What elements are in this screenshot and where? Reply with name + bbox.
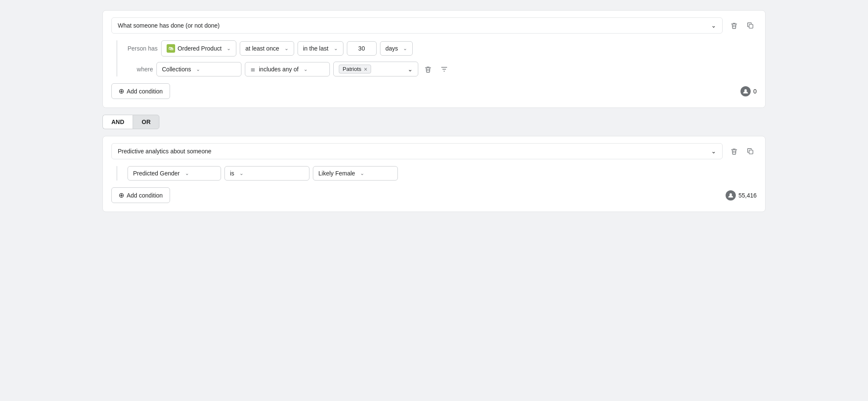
time-unit-label: days: [386, 45, 398, 52]
operator-chevron-icon: ⌄: [304, 66, 308, 72]
block1-row1: Person has 🛍 Ordered Product ⌄ at least …: [128, 40, 757, 56]
gender-property-dropdown[interactable]: Predicted Gender ⌄: [128, 166, 221, 181]
time-unit-dropdown[interactable]: days ⌄: [380, 41, 413, 56]
svg-rect-0: [749, 24, 753, 28]
block2-add-condition-button[interactable]: ⊕ Add condition: [111, 187, 170, 203]
block2-count-user-icon: [726, 190, 736, 200]
add-condition-label: Add condition: [127, 88, 163, 95]
block1-row2: where Collections ⌄ ≣ includes any of ⌄ …: [128, 62, 757, 76]
user-icon: [743, 88, 749, 94]
tag-dropdown-chevron-icon: ⌄: [408, 66, 413, 73]
frequency-label: at least once: [245, 45, 279, 52]
page-container: What someone has done (or not done) ⌄: [102, 10, 766, 212]
svg-rect-2: [749, 150, 753, 154]
time-filter-dropdown[interactable]: in the last ⌄: [298, 41, 343, 56]
gender-property-label: Predicted Gender: [133, 170, 180, 177]
property-dropdown[interactable]: Collections ⌄: [156, 62, 241, 76]
operator-dropdown[interactable]: ≣ includes any of ⌄: [245, 62, 330, 76]
block2-count-badge: 55,416: [726, 190, 757, 200]
user-icon-block2: [728, 192, 734, 198]
gender-operator-dropdown[interactable]: is ⌄: [224, 166, 309, 181]
property-label: Collections: [162, 66, 191, 73]
time-unit-chevron-icon: ⌄: [403, 45, 407, 51]
condition-block-1: What someone has done (or not done) ⌄: [102, 10, 766, 108]
copy-icon: [746, 22, 754, 29]
row2-delete-button[interactable]: [422, 63, 434, 76]
block1-delete-button[interactable]: [728, 19, 740, 32]
svg-point-3: [729, 193, 732, 196]
block2-header: Predictive analytics about someone ⌄: [111, 143, 757, 159]
row2-filter-button[interactable]: [438, 63, 451, 76]
gender-value-dropdown[interactable]: Likely Female ⌄: [313, 166, 398, 181]
block1-count-badge: 0: [740, 86, 757, 96]
list-icon: ≣: [250, 66, 255, 73]
gender-value-chevron-icon: ⌄: [360, 170, 364, 176]
person-has-label: Person has: [128, 45, 158, 52]
block2-type-label: Predictive analytics about someone: [118, 148, 211, 155]
block2-delete-button[interactable]: [728, 145, 740, 158]
add-condition-plus-icon: ⊕: [119, 87, 124, 95]
block1-footer: ⊕ Add condition 0: [111, 83, 757, 99]
event-chevron-icon: ⌄: [227, 45, 231, 51]
svg-point-1: [744, 89, 747, 92]
gender-operator-chevron-icon: ⌄: [239, 170, 244, 176]
tag-remove-button[interactable]: ×: [364, 66, 367, 72]
shopify-bag-icon: 🛍: [167, 44, 175, 53]
event-label: Ordered Product: [178, 45, 222, 52]
operator-row: AND OR: [102, 115, 766, 129]
or-button[interactable]: OR: [133, 115, 159, 129]
time-filter-label: in the last: [303, 45, 329, 52]
block1-type-label: What someone has done (or not done): [118, 22, 220, 29]
block2-footer: ⊕ Add condition 55,416: [111, 187, 757, 203]
block1-body: Person has 🛍 Ordered Product ⌄ at least …: [116, 40, 757, 76]
patriots-tag: Patriots ×: [339, 65, 371, 73]
frequency-dropdown[interactable]: at least once ⌄: [240, 41, 294, 56]
block1-actions: [728, 19, 757, 32]
copy-icon-block2: [746, 147, 754, 155]
property-chevron-icon: ⌄: [196, 66, 200, 72]
operator-label: includes any of: [259, 66, 298, 73]
gender-operator-label: is: [230, 170, 234, 177]
block2-type-chevron-icon: ⌄: [711, 148, 716, 155]
block2-copy-button[interactable]: [744, 145, 757, 158]
block2-type-dropdown[interactable]: Predictive analytics about someone ⌄: [111, 143, 723, 159]
block1-type-dropdown[interactable]: What someone has done (or not done) ⌄: [111, 17, 723, 34]
time-filter-chevron-icon: ⌄: [334, 45, 338, 51]
block2-add-condition-label: Add condition: [127, 192, 163, 199]
gender-property-chevron-icon: ⌄: [185, 170, 189, 176]
block1-header: What someone has done (or not done) ⌄: [111, 17, 757, 34]
where-label: where: [128, 66, 153, 73]
frequency-chevron-icon: ⌄: [284, 45, 289, 51]
count-user-icon: [740, 86, 751, 96]
block1-copy-button[interactable]: [744, 19, 757, 32]
gender-value-label: Likely Female: [318, 170, 355, 177]
time-value-input[interactable]: [347, 41, 377, 56]
trash-icon-block2: [730, 147, 738, 155]
tag-value-dropdown[interactable]: Patriots × ⌄: [333, 62, 418, 76]
trash-icon-row2: [424, 65, 432, 73]
block1-count-value: 0: [753, 88, 757, 95]
block2-row1: Predicted Gender ⌄ is ⌄ Likely Female ⌄: [128, 166, 757, 181]
block1-type-chevron-icon: ⌄: [711, 22, 716, 29]
event-dropdown[interactable]: 🛍 Ordered Product ⌄: [161, 40, 237, 56]
and-button[interactable]: AND: [102, 115, 133, 129]
block1-add-condition-button[interactable]: ⊕ Add condition: [111, 83, 170, 99]
block2-add-plus-icon: ⊕: [119, 191, 124, 199]
trash-icon: [730, 22, 738, 29]
block2-count-value: 55,416: [738, 192, 757, 199]
tag-text: Patriots: [343, 66, 361, 72]
block2-body: Predicted Gender ⌄ is ⌄ Likely Female ⌄: [116, 166, 757, 181]
filter-icon: [440, 65, 448, 73]
block2-actions: [728, 145, 757, 158]
condition-block-2: Predictive analytics about someone ⌄: [102, 136, 766, 212]
